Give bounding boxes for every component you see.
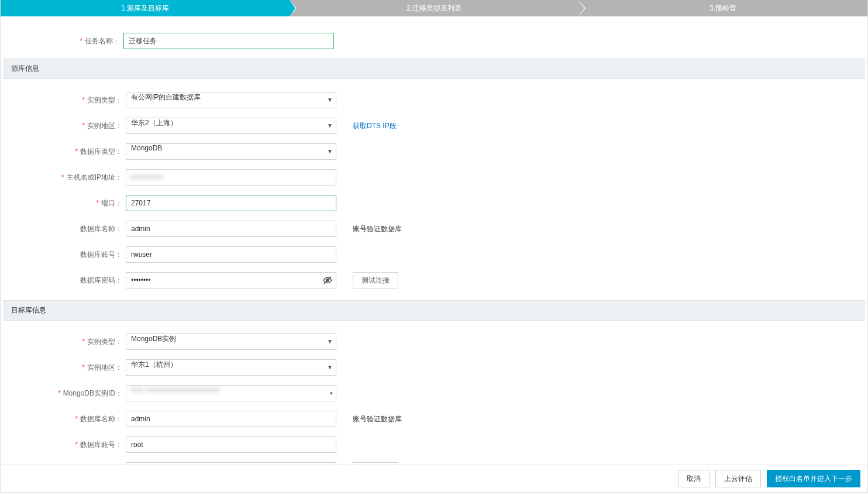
target-account-label: *数据库账号： xyxy=(9,440,126,450)
authorize-next-button[interactable]: 授权白名单并进入下一步 xyxy=(767,470,860,487)
target-instance-id-label: *MongoDB实例ID： xyxy=(9,389,126,398)
source-host-masked: xxxxxxxx xyxy=(130,173,163,181)
source-port-label: *端口： xyxy=(9,198,126,208)
target-region-select[interactable]: 华东1（杭州） ▼ xyxy=(126,359,336,376)
source-instance-type-select[interactable]: 有公网IP的自建数据库 ▼ xyxy=(126,92,336,108)
source-dbname-note: 账号验证数据库 xyxy=(353,224,402,234)
target-instance-id-select[interactable]: xxx-xxxxxxxxxxxxxxxxxx ▾ xyxy=(126,385,336,401)
steps-bar: 1.源库及目标库 2.迁移类型及列表 3.预检查 xyxy=(1,0,867,16)
task-name-label: *任务名称： xyxy=(6,36,123,46)
eye-icon[interactable] xyxy=(322,275,333,286)
target-instance-type-select[interactable]: MongoDB实例 ▼ xyxy=(126,334,336,350)
footer-bar: 取消 上云评估 授权白名单并进入下一步 xyxy=(1,465,867,492)
target-section-header: 目标库信息 xyxy=(3,300,865,321)
source-section-header: 源库信息 xyxy=(3,59,865,79)
cloud-assess-button[interactable]: 上云评估 xyxy=(715,470,761,487)
source-db-type-label: *数据库类型： xyxy=(9,147,126,157)
source-password-input[interactable] xyxy=(126,272,336,288)
source-dbname-input[interactable] xyxy=(126,221,336,237)
source-account-label: 数据库账号： xyxy=(9,250,126,260)
source-region-label: *实例地区： xyxy=(9,121,126,131)
target-region-label: *实例地区： xyxy=(9,363,126,373)
source-dbname-label: 数据库名称： xyxy=(9,224,126,234)
step-label: 2.迁移类型及列表 xyxy=(407,4,461,13)
target-account-input[interactable] xyxy=(126,436,336,453)
source-instance-type-label: *实例类型： xyxy=(9,95,126,105)
cancel-button[interactable]: 取消 xyxy=(678,470,709,487)
source-host-label: *主机名或IP地址： xyxy=(9,173,126,183)
target-instance-type-label: *实例类型： xyxy=(9,337,126,347)
step-2-type-list[interactable]: 2.迁移类型及列表 xyxy=(290,0,578,16)
source-db-type-select[interactable]: MongoDB ▼ xyxy=(126,143,336,160)
source-password-label: 数据库密码： xyxy=(9,276,126,286)
target-dbname-note: 账号验证数据库 xyxy=(353,414,402,424)
target-dbname-label: *数据库名称： xyxy=(9,414,126,424)
source-test-connection-button[interactable]: 测试连接 xyxy=(353,272,398,288)
step-1-source-target[interactable]: 1.源库及目标库 xyxy=(1,0,290,16)
task-name-input[interactable] xyxy=(123,33,334,49)
get-dts-ip-link[interactable]: 获取DTS IP段 xyxy=(353,121,397,131)
source-account-input[interactable] xyxy=(126,246,336,263)
step-3-precheck[interactable]: 3.预检查 xyxy=(578,0,867,16)
source-region-select[interactable]: 华东2（上海） ▼ xyxy=(126,118,336,134)
target-instance-id-masked: xxx-xxxxxxxxxxxxxxxxxx xyxy=(131,386,220,394)
target-dbname-input[interactable] xyxy=(126,411,336,427)
step-label: 3.预检查 xyxy=(709,4,736,13)
source-port-input[interactable] xyxy=(126,195,336,211)
step-label: 1.源库及目标库 xyxy=(121,4,169,13)
